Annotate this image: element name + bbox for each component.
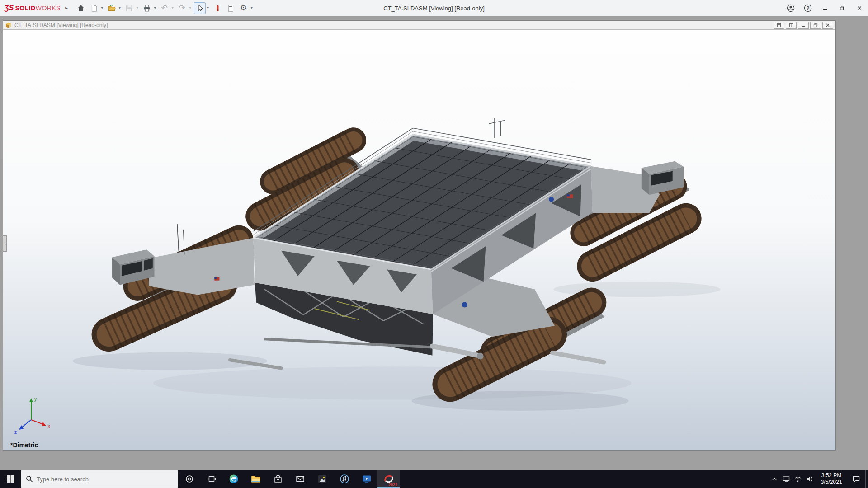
minimize-icon bbox=[822, 5, 828, 11]
new-document-button[interactable] bbox=[88, 2, 100, 14]
show-desktop-button[interactable] bbox=[865, 470, 868, 488]
task-view-button[interactable] bbox=[200, 470, 222, 488]
mail-button[interactable] bbox=[289, 470, 311, 488]
svg-text:?: ? bbox=[807, 5, 810, 11]
triad-x-label: x bbox=[48, 424, 50, 429]
select-tool-button[interactable] bbox=[194, 2, 206, 14]
movies-tv-button[interactable] bbox=[355, 470, 377, 488]
chevron-up-icon bbox=[772, 476, 777, 482]
redo-dropdown[interactable]: ▾ bbox=[188, 6, 193, 10]
groove-music-icon bbox=[339, 474, 350, 484]
search-icon bbox=[26, 475, 33, 483]
edge-icon bbox=[228, 474, 239, 484]
tray-display-button[interactable] bbox=[780, 470, 792, 488]
properties-icon bbox=[226, 4, 235, 13]
save-icon bbox=[125, 4, 134, 13]
action-center-button[interactable] bbox=[847, 470, 865, 488]
undo-button[interactable]: ↶ bbox=[159, 2, 170, 14]
store-icon bbox=[273, 474, 283, 484]
menu-flyout-arrow-icon[interactable]: ▸ bbox=[65, 5, 68, 11]
graphics-viewport[interactable]: y x z *Dimetric ◂ bbox=[3, 30, 835, 450]
close-icon bbox=[826, 23, 830, 28]
save-dropdown[interactable]: ▾ bbox=[135, 6, 140, 10]
red-marker-icon bbox=[213, 4, 222, 13]
media-player-button[interactable] bbox=[333, 470, 355, 488]
triad-z-label: z bbox=[14, 430, 17, 434]
tray-network-button[interactable] bbox=[792, 470, 804, 488]
task-pane-collapse-tab[interactable]: ◂ bbox=[3, 235, 7, 252]
action-center-icon bbox=[852, 475, 860, 483]
help-button[interactable]: ? bbox=[799, 0, 816, 16]
document-title: CT_TA.SLDASM [Viewing] [Read-only] bbox=[14, 22, 108, 28]
taskbar-search[interactable] bbox=[21, 470, 178, 488]
taskbar-clock[interactable]: 3:52 PM 3/5/2021 bbox=[816, 472, 847, 486]
display-icon bbox=[783, 475, 790, 483]
task-view-icon bbox=[207, 474, 216, 483]
doc-minimize-button[interactable] bbox=[798, 22, 809, 29]
close-icon bbox=[857, 5, 862, 11]
doc-window-tile-button-1[interactable] bbox=[774, 22, 784, 29]
triad-y-label: y bbox=[34, 397, 37, 402]
options-dropdown[interactable]: ▾ bbox=[250, 6, 254, 10]
windows-logo-icon bbox=[6, 475, 14, 483]
edge-browser-button[interactable] bbox=[222, 470, 245, 488]
minimize-icon bbox=[801, 23, 806, 28]
solidworks-logo: ƷS SOLID WORKS bbox=[5, 4, 61, 12]
cortana-button[interactable] bbox=[178, 470, 200, 488]
movies-tv-icon bbox=[361, 474, 372, 484]
orientation-triad[interactable]: y x z bbox=[13, 394, 54, 434]
app-title-bar[interactable]: ƷS SOLID WORKS ▸ ▾ ▾ ▾ bbox=[0, 0, 868, 16]
document-window: CT_TA.SLDASM [Viewing] [Read-only] bbox=[3, 20, 836, 451]
minimize-button[interactable] bbox=[816, 0, 834, 16]
solidworks-version-badge: 2021 bbox=[388, 483, 397, 487]
view-orientation-label: *Dimetric bbox=[10, 441, 38, 449]
hidden-icons-chevron[interactable] bbox=[769, 470, 780, 488]
restore-button[interactable] bbox=[834, 0, 851, 16]
open-folder-icon bbox=[107, 4, 116, 13]
print-button[interactable] bbox=[141, 2, 153, 14]
home-icon bbox=[76, 4, 85, 13]
solidworks-taskbar-button[interactable]: 2021 bbox=[377, 470, 400, 488]
close-button[interactable] bbox=[851, 0, 868, 16]
undo-dropdown[interactable]: ▾ bbox=[170, 6, 175, 10]
clock-date: 3/5/2021 bbox=[816, 479, 847, 486]
print-icon bbox=[142, 4, 151, 13]
assembly-cube-icon bbox=[5, 22, 12, 28]
account-button[interactable] bbox=[782, 0, 799, 16]
start-button[interactable] bbox=[0, 470, 21, 488]
window-tile-icon bbox=[777, 23, 781, 28]
crawler-transporter-model bbox=[3, 30, 835, 450]
search-input[interactable] bbox=[37, 476, 173, 483]
open-dropdown[interactable]: ▾ bbox=[118, 6, 122, 10]
options-button[interactable]: ⚙ bbox=[238, 2, 250, 14]
print-dropdown[interactable]: ▾ bbox=[153, 6, 157, 10]
doc-window-tile-button-2[interactable] bbox=[786, 22, 797, 29]
help-icon: ? bbox=[803, 4, 812, 13]
mail-icon bbox=[295, 474, 305, 484]
new-document-dropdown[interactable]: ▾ bbox=[100, 6, 104, 10]
cortana-icon bbox=[185, 474, 194, 483]
document-title-bar[interactable]: CT_TA.SLDASM [Viewing] [Read-only] bbox=[3, 21, 835, 30]
windows-taskbar: 2021 3:52 PM 3/5/2021 bbox=[0, 470, 868, 488]
system-tray: 3:52 PM 3/5/2021 bbox=[769, 470, 868, 488]
document-properties-button[interactable] bbox=[225, 2, 236, 14]
doc-restore-button[interactable] bbox=[810, 22, 821, 29]
clock-time: 3:52 PM bbox=[816, 472, 847, 479]
select-tool-dropdown[interactable]: ▾ bbox=[206, 6, 210, 10]
home-button[interactable] bbox=[75, 2, 87, 14]
redo-button[interactable]: ↷ bbox=[176, 2, 188, 14]
open-button[interactable] bbox=[106, 2, 118, 14]
save-button[interactable] bbox=[123, 2, 135, 14]
markup-tool-button[interactable] bbox=[212, 2, 223, 14]
tray-volume-button[interactable] bbox=[804, 470, 816, 488]
file-explorer-button[interactable] bbox=[245, 470, 267, 488]
photos-button[interactable] bbox=[311, 470, 333, 488]
account-icon bbox=[786, 4, 795, 13]
network-wifi-icon bbox=[794, 475, 802, 483]
solidworks-app-window: ƷS SOLID WORKS ▸ ▾ ▾ ▾ bbox=[0, 0, 868, 488]
restore-icon bbox=[840, 5, 845, 11]
store-button[interactable] bbox=[267, 470, 289, 488]
file-explorer-icon bbox=[250, 474, 261, 484]
undo-icon: ↶ bbox=[161, 4, 168, 12]
doc-close-button[interactable] bbox=[822, 22, 833, 29]
